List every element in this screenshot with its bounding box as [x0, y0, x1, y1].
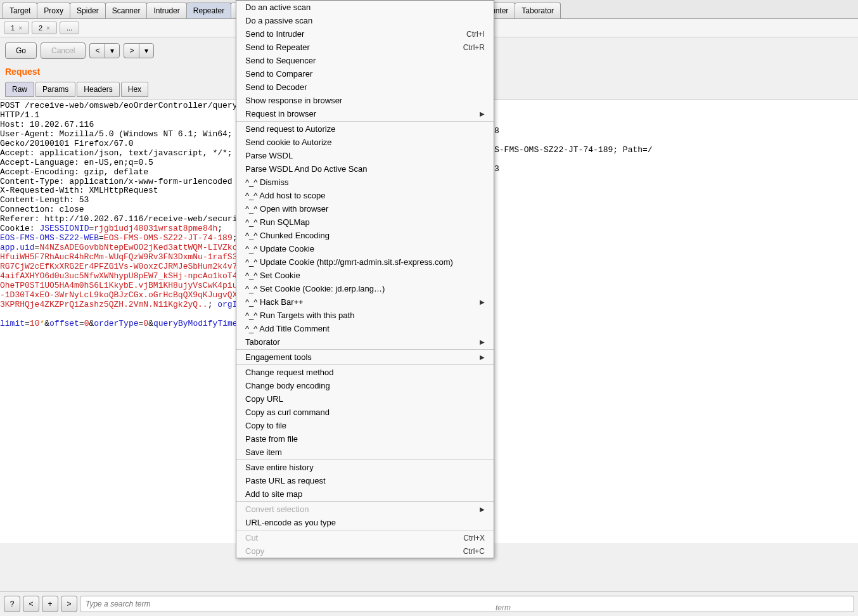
context-menu: Do an active scanDo a passive scanSend t…	[236, 0, 494, 543]
menu-item-request-in-browser[interactable]: Request in browser▶	[236, 107, 494, 120]
menu-item-update-cookie-http-gmrt-admin-sit-sf-express-com[interactable]: ^_^ Update Cookie (http://gmrt-admin.sit…	[236, 255, 494, 269]
sub-tab-...[interactable]: ...	[60, 22, 79, 34]
menu-item-send-to-intruder[interactable]: Send to IntruderCtrl+I	[236, 27, 494, 41]
menu-item-chunked-encoding[interactable]: ^_^ Chunked Encoding	[236, 229, 494, 242]
menu-item-run-targets-with-this-path[interactable]: ^_^ Run Targets with this path	[236, 309, 494, 322]
menu-item-label: ^_^ Set Cookie (Cookie: jd.erp.lang…)	[245, 284, 385, 293]
view-tab-headers[interactable]: Headers	[77, 82, 119, 97]
menu-item-parse-wsdl-and-do-active-scan[interactable]: Parse WSDL And Do Active Scan	[236, 162, 494, 176]
menu-separator	[236, 349, 494, 350]
menu-item-dismiss[interactable]: ^_^ Dismiss	[236, 176, 494, 189]
chevron-right-icon: ▶	[480, 298, 485, 305]
main-tab-scanner[interactable]: Scanner	[105, 3, 148, 18]
menu-item-send-cookie-to-autorize[interactable]: Send cookie to Autorize	[236, 136, 494, 149]
menu-item-do-an-active-scan[interactable]: Do an active scan	[236, 1, 494, 14]
view-tab-hex[interactable]: Hex	[121, 82, 148, 97]
menu-item-engagement-tools[interactable]: Engagement tools▶	[236, 350, 494, 364]
sub-tab-2[interactable]: 2×	[32, 22, 57, 34]
menu-item-label: ^_^ Update Cookie (http://gmrt-admin.sit…	[245, 257, 453, 267]
chevron-right-icon: ▶	[480, 338, 485, 345]
history-prev-dropdown[interactable]: ▾	[105, 43, 120, 58]
main-tab-spider[interactable]: Spider	[70, 3, 106, 18]
main-tab-taborator[interactable]: Taborator	[515, 3, 561, 18]
menu-item-change-body-encoding[interactable]: Change body encoding	[236, 379, 494, 392]
menu-item-do-a-passive-scan[interactable]: Do a passive scan	[236, 14, 494, 27]
menu-shortcut: Ctrl+X	[463, 534, 485, 542]
menu-item-parse-wsdl[interactable]: Parse WSDL	[236, 149, 494, 162]
menu-item-label: Paste URL as request	[245, 476, 326, 485]
menu-item-label: ^_^ Open with browser	[245, 204, 328, 214]
history-prev-button[interactable]: <	[89, 43, 105, 58]
menu-item-set-cookie-cookie-jd-erp-lang[interactable]: ^_^ Set Cookie (Cookie: jd.erp.lang…)	[236, 282, 494, 295]
chevron-right-icon: ▶	[480, 110, 485, 117]
menu-shortcut: Ctrl+I	[466, 30, 485, 39]
menu-item-convert-selection: Convert selection▶	[236, 503, 494, 516]
menu-item-open-with-browser[interactable]: ^_^ Open with browser	[236, 202, 494, 215]
view-tab-raw[interactable]: Raw	[5, 82, 34, 97]
view-tab-params[interactable]: Params	[35, 82, 75, 97]
history-next-dropdown[interactable]: ▾	[139, 43, 154, 58]
menu-item-label: Change body encoding	[245, 381, 330, 390]
menu-item-label: Send to Intruder	[245, 29, 304, 39]
menu-item-label: Taborator	[245, 337, 280, 347]
cancel-button[interactable]: Cancel	[41, 42, 86, 59]
menu-item-label: Parse WSDL And Do Active Scan	[245, 164, 367, 174]
main-tab-target[interactable]: Target	[3, 3, 37, 18]
chevron-right-icon: ▶	[480, 354, 485, 361]
menu-item-send-request-to-autorize[interactable]: Send request to Autorize	[236, 122, 494, 136]
menu-item-label: Send cookie to Autorize	[245, 138, 332, 147]
sub-tab-1[interactable]: 1×	[4, 22, 29, 34]
menu-item-label: ^_^ Set Cookie	[245, 271, 300, 280]
menu-item-label: Parse WSDL	[245, 151, 293, 160]
main-tab-repeater[interactable]: Repeater	[186, 3, 231, 18]
menu-item-label: Do a passive scan	[245, 16, 312, 25]
menu-item-label: Copy to file	[245, 421, 286, 430]
menu-item-send-to-decoder[interactable]: Send to Decoder	[236, 80, 494, 94]
menu-item-send-to-comparer[interactable]: Send to Comparer	[236, 67, 494, 80]
chevron-right-icon: ▶	[480, 506, 485, 513]
response-editor[interactable]: 8 S-FMS-OMS-SZ22-JT-74-189; Path=/ 3	[494, 127, 653, 174]
menu-item-add-host-to-scope[interactable]: ^_^ Add host to scope	[236, 189, 494, 202]
menu-item-label: Cut	[245, 533, 258, 542]
menu-item-show-response-in-browser[interactable]: Show response in browser	[236, 94, 494, 107]
menu-item-paste-url-as-request[interactable]: Paste URL as request	[236, 474, 494, 487]
menu-separator	[236, 501, 494, 502]
main-tab-intruder[interactable]: Intruder	[146, 3, 186, 18]
response-line: 8	[494, 126, 499, 136]
menu-item-label: Do an active scan	[245, 3, 311, 12]
menu-item-label: Paste from file	[245, 434, 298, 444]
menu-item-send-to-repeater[interactable]: Send to RepeaterCtrl+R	[236, 41, 494, 54]
menu-item-label: Send request to Autorize	[245, 124, 335, 134]
menu-item-label: Send to Repeater	[245, 42, 310, 52]
response-line: S-FMS-OMS-SZ22-JT-74-189	[494, 145, 613, 155]
menu-item-hack-bar[interactable]: ^_^ Hack Bar++▶	[236, 295, 494, 309]
menu-item-copy-url[interactable]: Copy URL	[236, 392, 494, 406]
close-icon[interactable]: ×	[46, 25, 50, 32]
menu-item-copy-to-file[interactable]: Copy to file	[236, 419, 494, 432]
menu-separator	[236, 530, 494, 530]
menu-item-taborator[interactable]: Taborator▶	[236, 335, 494, 349]
menu-item-copy-as-curl-command[interactable]: Copy as curl command	[236, 406, 494, 419]
menu-item-label: Save entire history	[245, 463, 314, 472]
menu-item-set-cookie[interactable]: ^_^ Set Cookie	[236, 269, 494, 282]
main-tab-proxy[interactable]: Proxy	[37, 3, 70, 18]
menu-item-change-request-method[interactable]: Change request method	[236, 366, 494, 379]
menu-item-update-cookie[interactable]: ^_^ Update Cookie	[236, 242, 494, 255]
menu-item-save-entire-history[interactable]: Save entire history	[236, 461, 494, 474]
menu-item-label: Show response in browser	[245, 96, 342, 105]
menu-item-send-to-sequencer[interactable]: Send to Sequencer	[236, 54, 494, 67]
menu-item-label: URL-encode as you type	[245, 518, 336, 527]
close-icon[interactable]: ×	[18, 25, 22, 32]
go-button[interactable]: Go	[5, 42, 37, 59]
menu-item-label: Copy URL	[245, 394, 283, 404]
history-next-button[interactable]: >	[124, 43, 139, 58]
menu-item-add-title-comment[interactable]: ^_^ Add Title Comment	[236, 322, 494, 335]
history-prev-group: < ▾	[89, 43, 120, 58]
menu-item-save-item[interactable]: Save item	[236, 446, 494, 459]
menu-item-label: ^_^ Chunked Encoding	[245, 231, 330, 240]
menu-separator	[236, 459, 494, 460]
menu-item-paste-from-file[interactable]: Paste from file	[236, 432, 494, 446]
menu-item-add-to-site-map[interactable]: Add to site map	[236, 487, 494, 501]
menu-item-run-sqlmap[interactable]: ^_^ Run SQLMap	[236, 215, 494, 229]
menu-item-url-encode-as-you-type[interactable]: URL-encode as you type	[236, 516, 494, 529]
